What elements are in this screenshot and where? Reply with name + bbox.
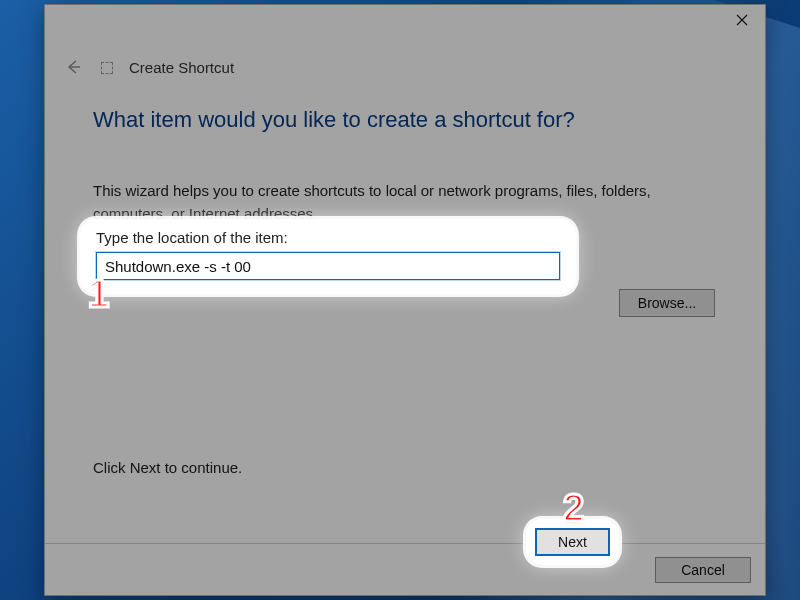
cancel-button[interactable]: Cancel — [655, 557, 751, 583]
back-arrow-icon — [64, 58, 82, 76]
back-button[interactable] — [61, 55, 85, 79]
create-shortcut-dialog: Create Shortcut What item would you like… — [44, 4, 766, 596]
close-icon — [736, 14, 748, 26]
titlebar — [45, 5, 765, 39]
wizard-header: Create Shortcut — [45, 39, 765, 79]
next-button[interactable]: Next — [536, 529, 609, 555]
location-input[interactable] — [96, 252, 560, 280]
annotation-callout-2: 2 — [563, 487, 584, 530]
browse-button[interactable]: Browse... — [619, 289, 715, 317]
annotation-callout-1: 1 — [88, 273, 109, 316]
close-button[interactable] — [719, 5, 765, 35]
dialog-footer: Next Cancel — [45, 543, 765, 595]
location-label: Type the location of the item: — [96, 229, 560, 246]
highlight-location-field: Type the location of the item: — [80, 219, 576, 294]
shortcut-icon — [101, 62, 113, 74]
dialog-title: Create Shortcut — [129, 59, 234, 76]
page-heading: What item would you like to create a sho… — [93, 107, 717, 133]
continue-hint: Click Next to continue. — [93, 459, 717, 476]
